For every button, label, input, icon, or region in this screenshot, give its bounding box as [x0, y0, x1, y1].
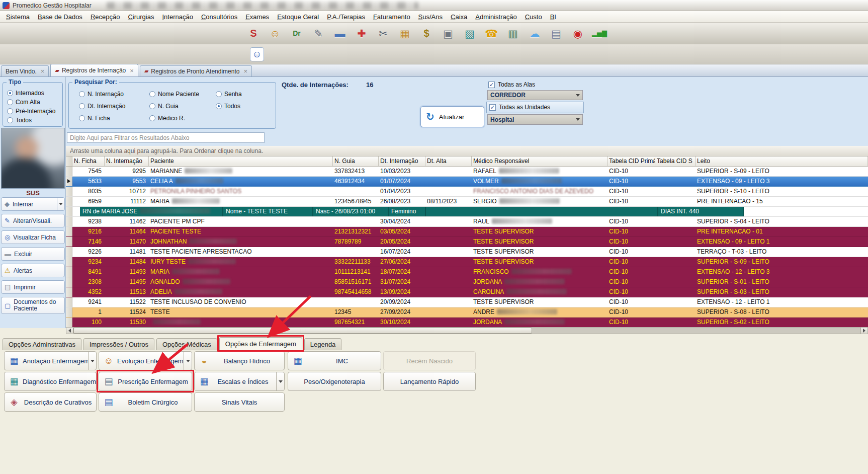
admin-icon[interactable]: ▧ [461, 25, 478, 42]
menu-base-de-dados[interactable]: Base de Dados [34, 12, 86, 22]
sidebar-alterar-visuali[interactable]: ✎Alterar/Visuali. [1, 214, 65, 227]
grid-row-11513[interactable]: 435211513ADELIA9874541465813/09/2024CARO… [66, 287, 868, 297]
pesquisar-senha[interactable]: Senha [212, 90, 265, 99]
all-wards-checkbox[interactable]: Todas as Alas [488, 81, 535, 88]
scroll-left-icon[interactable] [66, 328, 73, 334]
phone-icon[interactable]: ☎ [483, 25, 500, 42]
dropdown-arrow-icon[interactable] [88, 352, 96, 370]
pesquisar-n-guia[interactable]: N. Guia [145, 102, 212, 111]
grid-row-9295[interactable]: 75459295MARIANNE33783241310/03/2023RAFAE… [66, 167, 868, 177]
sidebar-alertas[interactable]: ⚠Alertas [1, 264, 65, 277]
refresh-button[interactable]: ↻ Atualizar [420, 106, 484, 127]
col-header-tabela-cid-prima[interactable]: Tabela CID Primá [607, 156, 655, 166]
scrollbar-thumb[interactable] [73, 328, 532, 334]
book-icon[interactable]: ▥ [504, 25, 522, 42]
reception-icon[interactable]: ☺ [267, 25, 284, 42]
grid-row-11470[interactable]: 714611470JOHNATHAN7878978920/05/2024TEST… [66, 237, 868, 247]
dropdown-arrow-icon[interactable] [276, 372, 284, 390]
grid-row-11112[interactable]: 695911112MARIA1234567894526/08/202308/11… [66, 197, 868, 207]
ambulance-icon[interactable]: ✚ [353, 25, 370, 42]
tab-registros-de-pronto-atendimento[interactable]: ▰Registros de Pronto Atendimento× [140, 65, 252, 76]
bottom-tab-opcoes-medicas[interactable]: Opções Médicas [156, 338, 217, 350]
grid-row-9553[interactable]: 56339553CELIA A46391243401/07/2024VOLMER… [66, 177, 868, 187]
sidebar-excluir[interactable]: ▬Excluir [1, 247, 65, 261]
grid-row-11522[interactable]: 924111522TESTE INCLUSAO DE CONVENIO20/09… [66, 297, 868, 307]
pesquisar-n-ficha[interactable]: N. Ficha [75, 114, 145, 123]
sidebar-visualizar-ficha[interactable]: ◎Visualizar Ficha [1, 230, 65, 244]
grid-row-11524[interactable]: 111524TESTE1234527/09/2024ANDRECID-10SUP… [66, 307, 868, 318]
grid-row-11464[interactable]: 921611464PACIENTE TESTE2132131232103/05/… [66, 227, 868, 237]
ward-select[interactable]: CORREDOR [487, 90, 583, 100]
col-header-n-guia[interactable]: N. Guia [333, 156, 379, 166]
action-peso-oxigenoterapia[interactable]: Peso/Oxigenoterapia [288, 372, 381, 391]
filter-results-input[interactable] [67, 132, 265, 143]
system-icon[interactable]: S [245, 25, 262, 42]
chat-icon[interactable]: ☁ [526, 25, 543, 42]
action-sinais-vitais[interactable]: Sinais Vitais [194, 392, 285, 412]
pesquisar-n-internacao[interactable]: N. Internação [75, 90, 145, 99]
grid-row-11495[interactable]: 230811495AGNALDO8585151617131/07/2024JOR… [66, 277, 868, 287]
dropdown-arrow-icon[interactable] [184, 352, 192, 370]
surgery-icon[interactable]: ✂ [375, 25, 392, 42]
pesquisar-nome-paciente[interactable]: Nome Paciente [145, 90, 212, 99]
col-header-medico-responsavel[interactable]: Médico Responsável [472, 156, 607, 166]
billing-icon[interactable]: $ [418, 25, 435, 42]
bottom-tab-opcoes-de-enfermagem[interactable]: Opções de Enfermagem [219, 337, 302, 350]
report-icon[interactable]: ▤ [548, 25, 565, 42]
menu-bi[interactable]: BI [546, 12, 560, 22]
menu-sus-ans[interactable]: Sus/Ans [414, 12, 447, 22]
menu-caixa[interactable]: Caixa [447, 12, 471, 22]
sidebar-imprimir[interactable]: ▤Imprimir [1, 280, 65, 294]
menu-p-a-terapias[interactable]: P.A./Terapias [323, 12, 369, 22]
all-units-checkbox[interactable]: Todas as Unidades [489, 104, 550, 111]
sidebar-documentos-do-paciente[interactable]: ▢Documentos do Paciente [1, 297, 65, 314]
menu-sistema[interactable]: Sistema [2, 12, 34, 22]
tipo-com-alta[interactable]: Com Alta [3, 98, 62, 107]
stock-icon[interactable]: ▦ [396, 25, 413, 42]
menu-exames[interactable]: Exames [241, 12, 273, 22]
tipo-internados[interactable]: Internados [3, 89, 62, 98]
pesquisar-dt-internacao[interactable]: Dt. Internação [75, 102, 145, 111]
action-imc[interactable]: ▦IMC [288, 351, 381, 370]
grid-row-11484[interactable]: 923411484IURY TESTE3332221113327/06/2024… [66, 257, 868, 267]
pesquisar-medico-r[interactable]: Médico R. [145, 114, 212, 123]
grid-row-11481[interactable]: 922611481TESTE PACIENTE APRESENTACAO16/0… [66, 247, 868, 257]
menu-recepcao[interactable]: Recepção [86, 12, 124, 22]
action-diagnostico-enfermagem[interactable]: ▦Diagnóstico Enfermagem [4, 372, 97, 391]
dropdown-arrow-icon[interactable] [57, 198, 64, 210]
horizontal-scrollbar[interactable] [66, 327, 868, 334]
menu-faturamento[interactable]: Faturamento [369, 12, 414, 22]
menu-administracao[interactable]: Administração [471, 12, 520, 22]
grid-row-11493[interactable]: 849111493MARIA1011121314118/07/2024FRANC… [66, 267, 868, 277]
scroll-right-icon[interactable] [860, 328, 867, 334]
sidebar-internar[interactable]: ◆Internar [1, 197, 65, 211]
action-anotacao-enfermagem[interactable]: ▦Anotação Enfermagem [4, 351, 97, 370]
action-boletim-cirurgico[interactable]: ▤Boletim Cirúrgico [99, 392, 192, 412]
bi-chart-icon[interactable]: ▂▅▇ [591, 25, 608, 42]
exam-notes-icon[interactable]: ✎ [310, 25, 327, 42]
menu-estoque-geral[interactable]: Estoque Geral [273, 12, 323, 22]
tab-close-icon[interactable]: × [130, 67, 134, 74]
col-header-dt-alta[interactable]: Dt. Alta [425, 156, 472, 166]
tab-close-icon[interactable]: × [41, 67, 45, 75]
menu-cirurgias[interactable]: Cirurgias [124, 12, 158, 22]
tab-bem-vindo[interactable]: Bem Vindo.× [1, 65, 49, 76]
col-header-n-internacao[interactable]: N. Internação [105, 156, 149, 166]
col-header-leito[interactable]: Leito [696, 156, 868, 166]
doctor-icon[interactable]: Dr [288, 25, 305, 42]
menu-custo[interactable]: Custo [521, 12, 546, 22]
grid-row-11530[interactable]: 1001153098765432130/10/2024JORDANACID-10… [66, 318, 868, 327]
col-header-n-ficha[interactable]: N. Ficha [72, 156, 105, 166]
col-header-dt-internacao[interactable]: Dt. Internação [379, 156, 425, 166]
hospital-bed-icon[interactable]: ▬ [331, 25, 349, 42]
bottom-tab-legenda[interactable]: Legenda [304, 338, 342, 350]
menu-consultorios[interactable]: Consultórios [197, 12, 241, 22]
col-header-paciente[interactable]: Paciente [149, 156, 333, 166]
action-prescricao-enfermagem[interactable]: ▤Prescrição Enfermagem [99, 372, 192, 391]
grid-row-10712[interactable]: 803510712PETRONILA PINHEIRO SANTOS01/04/… [66, 187, 868, 197]
action-escalas-e-indices[interactable]: ▦Escalas e Índices [194, 372, 285, 391]
bottom-tab-impressoes-outros[interactable]: Impressões / Outros [83, 338, 154, 350]
unit-select[interactable]: Hospital [487, 114, 583, 125]
pesquisar-todos[interactable]: Todos [212, 102, 265, 111]
tipo-pre-internacao[interactable]: Pré-Internação [3, 107, 62, 116]
